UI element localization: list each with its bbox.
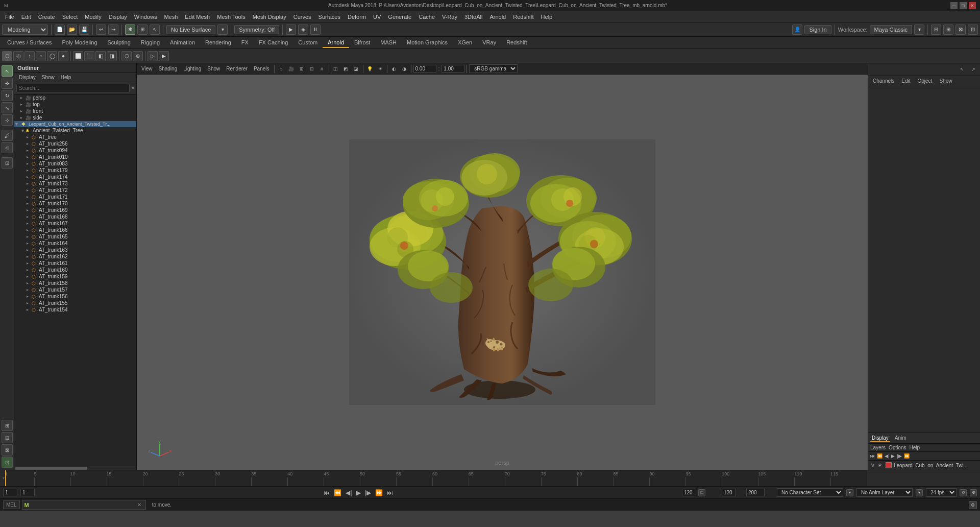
vp-frame-btn[interactable]: ⊞: [297, 64, 306, 74]
grid-icon[interactable]: ⊞: [2, 420, 13, 431]
tab-fx-caching[interactable]: FX Caching: [254, 38, 293, 48]
list-item[interactable]: ▸ ⬡ AT_trunk163: [14, 247, 136, 253]
anim-tab[interactable]: Anim: [893, 435, 908, 442]
list-item[interactable]: ▸ ⬡ AT_trunk173: [14, 180, 136, 187]
list-item[interactable]: ▸ ⬡ AT_trunk169: [14, 207, 136, 213]
close-button[interactable]: ✕: [969, 2, 976, 9]
show-tab[interactable]: Show: [938, 78, 953, 84]
rp-icon-1[interactable]: ↖: [958, 65, 967, 74]
vp-shadow-btn[interactable]: ◐: [389, 64, 399, 74]
layer-ctrl-next-next[interactable]: ⏩: [904, 453, 910, 459]
vp-menu-view[interactable]: View: [139, 65, 155, 72]
list-item[interactable]: ▸ ⬡ AT_trunk094: [14, 147, 136, 154]
tree-item-leopard-root[interactable]: ▼ ✱ Leopard_Cub_on_Ancient_Twisted_Tr...: [14, 121, 136, 127]
layers-sub-options[interactable]: Options: [889, 445, 906, 450]
object-tab[interactable]: Object: [916, 78, 934, 84]
tree-item-ancient-tree[interactable]: ▼ ✱ Ancient_Twisted_Tree: [14, 127, 136, 134]
select-tool[interactable]: ↖: [2, 65, 13, 77]
tab-custom[interactable]: Custom: [293, 38, 323, 48]
grid-icon-3[interactable]: ⊠: [2, 444, 13, 456]
menu-mesh[interactable]: Mesh: [161, 13, 181, 21]
tab-mash[interactable]: MASH: [375, 38, 402, 48]
tree-item-persp[interactable]: ▸ 🎥 persp: [14, 94, 136, 101]
list-item[interactable]: ▸ ⬡ AT_trunk162: [14, 253, 136, 260]
prev-key-btn[interactable]: ⏮: [323, 489, 331, 496]
title-controls[interactable]: ─ □ ✕: [950, 2, 976, 9]
menu-arnold[interactable]: Arnold: [486, 13, 509, 21]
expand-ancient-tree[interactable]: ▼: [20, 128, 26, 133]
list-item[interactable]: ▸ ⬡ AT_trunk155: [14, 300, 136, 306]
menu-display[interactable]: Display: [106, 13, 130, 21]
sub-icon-5[interactable]: ◯: [47, 51, 57, 61]
list-item[interactable]: ▸ ⬡ AT_trunk172: [14, 187, 136, 194]
maximize-button[interactable]: □: [960, 2, 967, 9]
expand-top[interactable]: ▸: [20, 102, 26, 107]
expand-at-tree[interactable]: ▸: [27, 135, 32, 139]
list-item[interactable]: ▸ ⬡ AT_trunk166: [14, 227, 136, 233]
list-item[interactable]: ▸ ⬡ AT_trunk170: [14, 200, 136, 207]
layout-icon-1[interactable]: ⊟: [931, 25, 941, 35]
sub-icon-7[interactable]: ⬜: [73, 51, 83, 61]
expand-leopard-root[interactable]: ▼: [14, 122, 19, 127]
sub-icon-1[interactable]: ⬡: [2, 51, 12, 61]
rp-icon-2[interactable]: ↗: [969, 65, 978, 74]
outliner-hscroll[interactable]: [14, 466, 136, 470]
menu-curves[interactable]: Curves: [290, 13, 314, 21]
list-item[interactable]: ▸ ⬡ AT_trunk174: [14, 174, 136, 180]
tab-animation[interactable]: Animation: [165, 38, 200, 48]
menu-redshift[interactable]: Redshift: [510, 13, 536, 21]
sub-icon-3[interactable]: ↑: [24, 51, 35, 61]
outliner-menu-show[interactable]: Show: [39, 74, 57, 81]
channels-tab[interactable]: Channels: [871, 78, 896, 84]
menu-edit-mesh[interactable]: Edit Mesh: [182, 13, 213, 21]
viewport-3d[interactable]: X Y Z persp: [137, 75, 868, 470]
list-item[interactable]: ▸ ⬡ AT_trunk165: [14, 233, 136, 240]
list-item[interactable]: ▸ ⬡ AT_trunk158: [14, 280, 136, 286]
menu-generate[interactable]: Generate: [385, 13, 414, 21]
display-tab[interactable]: Display: [870, 435, 890, 442]
expand-persp[interactable]: ▸: [20, 95, 26, 100]
vp-menu-shading[interactable]: Shading: [156, 65, 180, 72]
tab-vray[interactable]: VRay: [477, 38, 501, 48]
layout-icon-2[interactable]: ⊞: [943, 25, 953, 35]
snap-curve-icon[interactable]: ∿: [150, 25, 160, 35]
pause-icon[interactable]: ⏸: [310, 25, 321, 35]
fps-icon[interactable]: ↺: [960, 489, 967, 496]
vp-ao-btn[interactable]: ◑: [400, 64, 409, 74]
sign-in-icon[interactable]: 👤: [792, 25, 802, 35]
list-item[interactable]: ▸ ⬡ AT_trunk154: [14, 306, 136, 313]
next-btn[interactable]: |▶: [364, 489, 372, 496]
list-item[interactable]: ▸ ⬡ AT_trunk083: [14, 160, 136, 167]
menu-uv[interactable]: UV: [370, 13, 384, 21]
mel-label[interactable]: MEL: [3, 500, 20, 509]
expand-at-trunk256[interactable]: ▸: [27, 141, 32, 146]
layer-vis-v[interactable]: V: [871, 463, 876, 468]
grid-icon-2[interactable]: ⊟: [2, 432, 13, 443]
ipr-icon[interactable]: ◈: [298, 25, 308, 35]
sub-icon-12[interactable]: ⊕: [133, 51, 143, 61]
vp-menu-show[interactable]: Show: [205, 65, 223, 72]
paint-tool[interactable]: 🖊: [2, 130, 13, 141]
vp-menu-lighting[interactable]: Lighting: [181, 65, 204, 72]
sign-in-button[interactable]: Sign In: [804, 25, 831, 34]
expand-front[interactable]: ▸: [20, 109, 26, 113]
play-start-input[interactable]: [20, 489, 35, 496]
layer-ctrl-prev2[interactable]: ◀|: [885, 453, 889, 459]
layout-icon-3[interactable]: ⊠: [955, 25, 966, 35]
prev-btn[interactable]: ◀|: [345, 489, 353, 496]
layer-item[interactable]: V P Leopard_Cub_on_Ancient_Twi...: [868, 461, 980, 470]
layers-sub-layers[interactable]: Layers: [870, 445, 886, 450]
outliner-hscroll-thumb[interactable]: [15, 467, 87, 470]
fps-icon2[interactable]: ⚙: [970, 489, 977, 496]
layer-vis-p[interactable]: P: [878, 463, 884, 468]
menu-deform[interactable]: Deform: [345, 13, 369, 21]
timeline-area[interactable]: ◂ 15101520253035404550556065707580859095…: [0, 470, 980, 486]
search-input[interactable]: [16, 84, 130, 92]
open-file-icon[interactable]: 📂: [67, 25, 77, 35]
menu-mesh-tools[interactable]: Mesh Tools: [214, 13, 248, 21]
render-icon[interactable]: ▶: [286, 25, 296, 35]
tab-curves-surfaces[interactable]: Curves / Surfaces: [2, 38, 57, 48]
cmd-input[interactable]: [32, 501, 134, 509]
tab-redshift[interactable]: Redshift: [501, 38, 532, 48]
vp-home-btn[interactable]: ⌂: [277, 64, 286, 74]
